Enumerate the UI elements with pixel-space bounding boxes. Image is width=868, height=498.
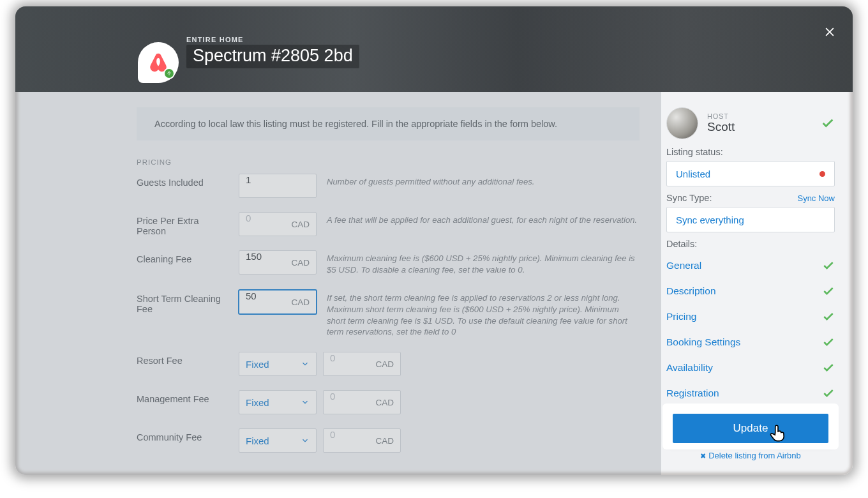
modal-header: ENTIRE HOME Spectrum #2805 2bd bbox=[15, 6, 853, 92]
resort-fee-label: Resort Fee bbox=[137, 352, 228, 366]
listing-type-eyebrow: ENTIRE HOME bbox=[186, 36, 359, 43]
pricing-section-label: PRICING bbox=[137, 158, 640, 166]
details-label: Details: bbox=[666, 239, 835, 249]
resort-fee-input[interactable]: 0 CAD bbox=[323, 352, 401, 376]
check-icon bbox=[822, 259, 835, 272]
host-check-icon bbox=[821, 116, 835, 130]
listing-title: Spectrum #2805 2bd bbox=[186, 45, 359, 68]
short-term-cleaning-input[interactable]: 50 CAD bbox=[239, 290, 317, 314]
check-icon bbox=[822, 285, 835, 298]
guests-included-help: Number of guests permitted without any a… bbox=[327, 174, 534, 188]
guests-included-label: Guests Included bbox=[137, 174, 228, 188]
details-description[interactable]: Description bbox=[666, 278, 835, 304]
management-fee-label: Management Fee bbox=[137, 390, 228, 404]
listing-status-select[interactable]: Unlisted bbox=[666, 161, 835, 186]
price-per-extra-help: A fee that will be applied for each addi… bbox=[327, 212, 637, 226]
community-fee-input[interactable]: 0 CAD bbox=[323, 428, 401, 453]
update-button[interactable]: Update bbox=[673, 414, 828, 443]
host-label: HOST bbox=[707, 112, 812, 120]
check-icon bbox=[822, 361, 835, 374]
check-icon bbox=[822, 336, 835, 349]
management-fee-type-select[interactable]: Fixed bbox=[239, 390, 317, 414]
cleaning-fee-label: Cleaning Fee bbox=[137, 250, 228, 264]
resort-fee-type-select[interactable]: Fixed bbox=[239, 352, 317, 376]
host-name: Scott bbox=[707, 120, 812, 134]
close-button[interactable] bbox=[821, 23, 839, 41]
chevron-down-icon bbox=[301, 359, 310, 368]
check-icon bbox=[822, 387, 835, 400]
cleaning-fee-input[interactable]: 150 CAD bbox=[239, 250, 317, 275]
airbnb-logo bbox=[138, 42, 179, 83]
management-fee-input[interactable]: 0 CAD bbox=[323, 390, 401, 414]
status-dot-icon bbox=[819, 171, 825, 177]
details-pricing[interactable]: Pricing bbox=[666, 304, 835, 329]
community-fee-type-select[interactable]: Fixed bbox=[239, 428, 317, 453]
details-booking-settings[interactable]: Booking Settings bbox=[666, 329, 835, 355]
check-icon bbox=[822, 310, 835, 323]
short-term-cleaning-label: Short Term Cleaning Fee bbox=[137, 290, 228, 314]
sync-type-label: Sync Type: bbox=[666, 193, 712, 203]
pricing-form: According to local law this listing must… bbox=[15, 92, 661, 475]
short-term-cleaning-help: If set, the short term cleaning fee is a… bbox=[327, 290, 640, 338]
listing-status-label: Listing status: bbox=[666, 147, 835, 157]
chevron-down-icon bbox=[301, 398, 310, 407]
cleaning-fee-help: Maximum cleaning fee is ($600 USD + 25% … bbox=[327, 250, 640, 276]
community-fee-label: Community Fee bbox=[137, 428, 228, 442]
guests-included-input[interactable]: 1 bbox=[239, 174, 317, 198]
delete-listing-link[interactable]: Delete listing from Airbnb bbox=[666, 451, 835, 460]
sync-type-select[interactable]: Sync everything bbox=[666, 207, 835, 232]
host-avatar bbox=[666, 107, 698, 139]
registration-notice: According to local law this listing must… bbox=[137, 107, 640, 140]
price-per-extra-input[interactable]: 0 CAD bbox=[239, 212, 317, 236]
sync-badge-icon bbox=[163, 68, 175, 79]
side-panel: HOST Scott Listing status: Unlisted Sync… bbox=[661, 92, 853, 475]
price-per-extra-label: Price Per Extra Person bbox=[137, 212, 228, 236]
details-availability[interactable]: Availability bbox=[666, 355, 835, 381]
details-general[interactable]: General bbox=[666, 253, 835, 278]
chevron-down-icon bbox=[301, 436, 310, 445]
details-registration[interactable]: Registration bbox=[666, 381, 835, 406]
sync-now-link[interactable]: Sync Now bbox=[797, 193, 835, 203]
